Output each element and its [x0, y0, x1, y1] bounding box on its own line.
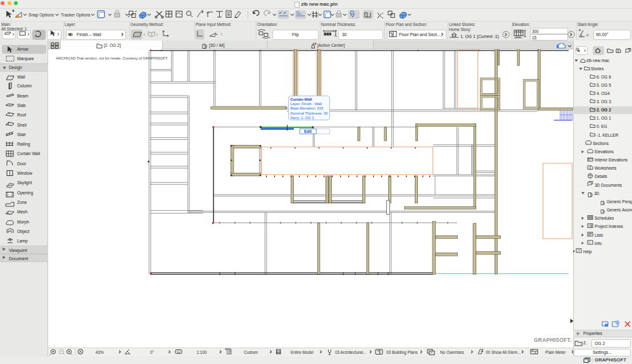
svg-text:i: i: [589, 241, 590, 244]
svg-text:Snap Options: Snap Options: [28, 13, 54, 18]
svg-text:Tracker Options: Tracker Options: [61, 13, 91, 18]
svg-text:?: ?: [578, 249, 580, 253]
svg-text:α: α: [586, 33, 589, 37]
